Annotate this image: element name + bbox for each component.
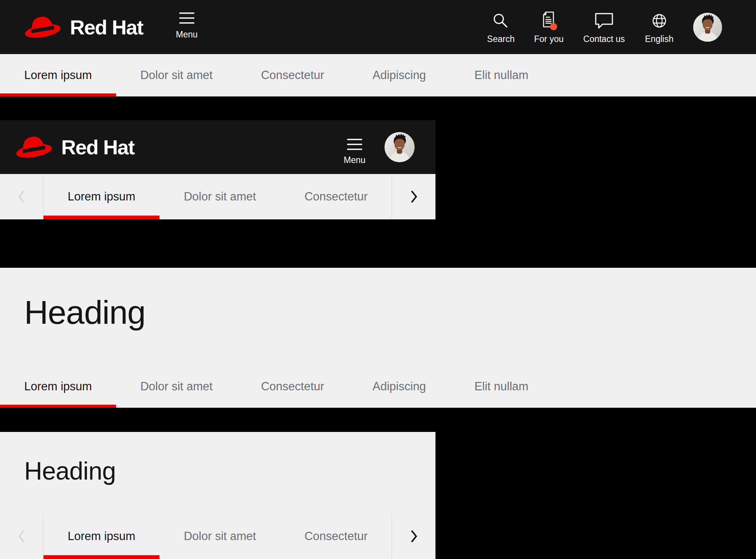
desktop-tab-bar: Lorem ipsum Dolor sit amet Consectetur A… — [0, 54, 756, 96]
for-you-document-icon — [540, 11, 558, 30]
tab-lorem-ipsum[interactable]: Lorem ipsum — [0, 365, 116, 408]
mobile-tab-consectetur[interactable]: Consectetur — [280, 514, 392, 559]
page-heading-desktop: Heading — [24, 296, 146, 329]
mobile-preview-stage: Red Hat Menu Lorem ipsum Dolor — [0, 96, 756, 268]
mobile-heading-panel: Heading Lorem ipsum Dolor sit amet Conse… — [0, 432, 435, 559]
hamburger-icon — [179, 12, 194, 24]
mobile-tabs-viewport: Lorem ipsum Dolor sit amet Consectetur — [43, 174, 392, 219]
mobile-tab-dolor-sit-amet[interactable]: Dolor sit amet — [160, 174, 280, 219]
menu-label: Menu — [344, 156, 366, 165]
tab-label: Adipiscing — [373, 68, 426, 82]
tab-lorem-ipsum[interactable]: Lorem ipsum — [0, 54, 116, 96]
redhat-logo-text: Red Hat — [70, 16, 143, 39]
section-divider-band — [0, 408, 756, 432]
tab-consectetur[interactable]: Consectetur — [237, 54, 348, 96]
tabs-scroll-right-button[interactable] — [392, 514, 435, 559]
tab-label: Lorem ipsum — [24, 380, 92, 393]
active-tab-underline — [0, 93, 116, 96]
desktop-tab-bar-secondary: Lorem ipsum Dolor sit amet Consectetur A… — [0, 365, 756, 408]
hamburger-icon — [347, 138, 362, 151]
tabs-scroll-right-button[interactable] — [392, 174, 435, 219]
active-tab-underline — [0, 405, 116, 408]
contact-us-button[interactable]: Contact us — [583, 11, 625, 43]
tab-label: Dolor sit amet — [184, 190, 256, 203]
mobile-tab-consectetur[interactable]: Consectetur — [280, 174, 392, 219]
tab-label: Dolor sit amet — [140, 380, 212, 393]
tab-adipiscing[interactable]: Adipiscing — [349, 365, 450, 408]
mobile-masthead: Red Hat Menu — [0, 120, 435, 174]
desktop-heading-section: Heading Lorem ipsum Dolor sit amet Conse… — [0, 268, 756, 408]
tab-label: Consectetur — [304, 529, 367, 543]
for-you-button[interactable]: For you — [534, 11, 564, 43]
tab-elit-nullam[interactable]: Elit nullam — [450, 365, 553, 408]
for-you-label: For you — [534, 35, 564, 43]
tabs-scroll-left-button[interactable] — [0, 514, 43, 559]
red-fedora-icon — [24, 13, 62, 41]
mobile-user-avatar[interactable] — [384, 132, 415, 162]
tab-label: Consectetur — [304, 190, 367, 203]
tab-label: Lorem ipsum — [68, 190, 135, 203]
redhat-logo-link[interactable]: Red Hat — [24, 13, 143, 41]
tab-adipiscing[interactable]: Adipiscing — [349, 54, 450, 96]
speech-bubble-icon — [595, 11, 613, 30]
mobile-tab-lorem-ipsum[interactable]: Lorem ipsum — [43, 174, 160, 219]
menu-button[interactable]: Menu — [176, 12, 198, 39]
chevron-right-icon — [410, 190, 418, 203]
tab-consectetur[interactable]: Consectetur — [237, 365, 348, 408]
mobile-tab-bar-secondary: Lorem ipsum Dolor sit amet Consectetur — [0, 514, 435, 559]
tab-label: Elit nullam — [474, 68, 528, 82]
red-fedora-icon — [15, 133, 53, 161]
language-label: English — [645, 35, 673, 43]
tab-label: Dolor sit amet — [184, 529, 256, 543]
tab-dolor-sit-amet[interactable]: Dolor sit amet — [116, 54, 237, 96]
tab-label: Consectetur — [261, 380, 324, 393]
tab-label: Lorem ipsum — [68, 529, 135, 543]
chevron-left-icon — [18, 190, 25, 203]
tabs-scroll-left-button[interactable] — [0, 174, 43, 219]
redhat-logo-link-mobile[interactable]: Red Hat — [15, 133, 135, 161]
search-icon — [493, 11, 509, 30]
tab-label: Elit nullam — [474, 380, 528, 393]
tab-label: Lorem ipsum — [24, 68, 92, 82]
mobile-tab-lorem-ipsum[interactable]: Lorem ipsum — [43, 514, 160, 559]
desktop-masthead: Red Hat Menu Search — [0, 0, 756, 54]
language-button[interactable]: English — [645, 11, 673, 43]
mobile-heading-stage: Heading Lorem ipsum Dolor sit amet Conse… — [0, 432, 756, 559]
chevron-left-icon — [18, 530, 25, 543]
redhat-logo-text: Red Hat — [61, 135, 135, 159]
tab-elit-nullam[interactable]: Elit nullam — [450, 54, 553, 96]
chevron-right-icon — [410, 530, 418, 543]
notification-dot — [550, 23, 557, 30]
search-label: Search — [487, 35, 515, 43]
tab-label: Dolor sit amet — [140, 68, 212, 82]
active-tab-underline — [43, 216, 160, 219]
page-heading-mobile: Heading — [24, 458, 116, 483]
user-photo — [384, 132, 415, 162]
search-button[interactable]: Search — [487, 11, 515, 43]
design-spec-canvas: Red Hat Menu Search — [0, 0, 756, 559]
tab-label: Adipiscing — [373, 380, 426, 393]
mobile-tab-dolor-sit-amet[interactable]: Dolor sit amet — [160, 514, 280, 559]
contact-us-label: Contact us — [583, 35, 625, 43]
tab-dolor-sit-amet[interactable]: Dolor sit amet — [116, 365, 237, 408]
mobile-menu-button[interactable]: Menu — [344, 138, 366, 165]
active-tab-underline — [43, 555, 160, 559]
tab-label: Consectetur — [261, 68, 324, 82]
mobile-tab-bar: Lorem ipsum Dolor sit amet Consectetur — [0, 174, 435, 219]
globe-icon — [652, 11, 667, 30]
user-avatar[interactable] — [693, 12, 722, 42]
mobile-tabs-viewport: Lorem ipsum Dolor sit amet Consectetur — [43, 514, 392, 559]
menu-label: Menu — [176, 30, 198, 39]
user-photo — [693, 12, 722, 42]
